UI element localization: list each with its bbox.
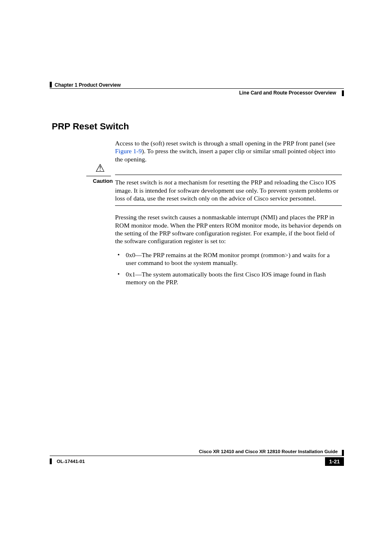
caution-rule-top	[115, 175, 342, 175]
header-rule	[50, 88, 344, 89]
footer-guide-title: Cisco XR 12410 and Cisco XR 12810 Router…	[199, 449, 338, 454]
bullet-text: 0x1—The system automatically boots the f…	[126, 271, 326, 286]
footer-doc-id: OL-17441-01	[57, 459, 85, 464]
chapter-label: Chapter 1 Product Overview	[55, 82, 121, 88]
list-item: 0x0—The PRP remains at the ROM monitor p…	[115, 251, 342, 267]
caution-pre: The reset switch is	[115, 179, 164, 186]
caution-icon: ⚠	[94, 163, 106, 174]
warning-triangle-icon: ⚠	[95, 162, 105, 174]
section-heading: PRP Reset Switch	[52, 121, 342, 132]
footer-marker-left	[50, 458, 52, 464]
intro-paragraph: Access to the (soft) reset switch is thr…	[115, 139, 342, 163]
page-content: Chapter 1 Product Overview Line Card and…	[52, 82, 342, 289]
body-column: Access to the (soft) reset switch is thr…	[115, 139, 342, 286]
caution-icon-rule	[86, 176, 111, 176]
explain-paragraph: Pressing the reset switch causes a nonma…	[115, 213, 342, 245]
header-marker-left	[50, 82, 52, 88]
section-label: Line Card and Route Processor Overview	[239, 90, 336, 96]
header-marker-right	[342, 90, 344, 96]
footer-rule	[50, 456, 344, 456]
caution-label: Caution	[93, 178, 113, 184]
page-number: 1-21	[325, 457, 344, 466]
figure-link[interactable]: Figure 1-9	[115, 147, 142, 154]
caution-em: not	[164, 179, 173, 186]
caution-block: ⚠ Caution The reset switch is not a mech…	[115, 175, 342, 206]
bullet-text: 0x0—The PRP remains at the ROM monitor p…	[126, 251, 330, 266]
intro-post: ). To press the switch, insert a paper c…	[115, 147, 335, 162]
caution-text: The reset switch is not a mechanism for …	[115, 178, 342, 202]
bullet-list: 0x0—The PRP remains at the ROM monitor p…	[115, 251, 342, 286]
caution-rule-bottom	[115, 205, 342, 206]
list-item: 0x1—The system automatically boots the f…	[115, 270, 342, 286]
footer-marker-right	[342, 450, 344, 456]
running-header: Chapter 1 Product Overview Line Card and…	[52, 82, 342, 99]
intro-pre: Access to the (soft) reset switch is thr…	[115, 140, 335, 147]
